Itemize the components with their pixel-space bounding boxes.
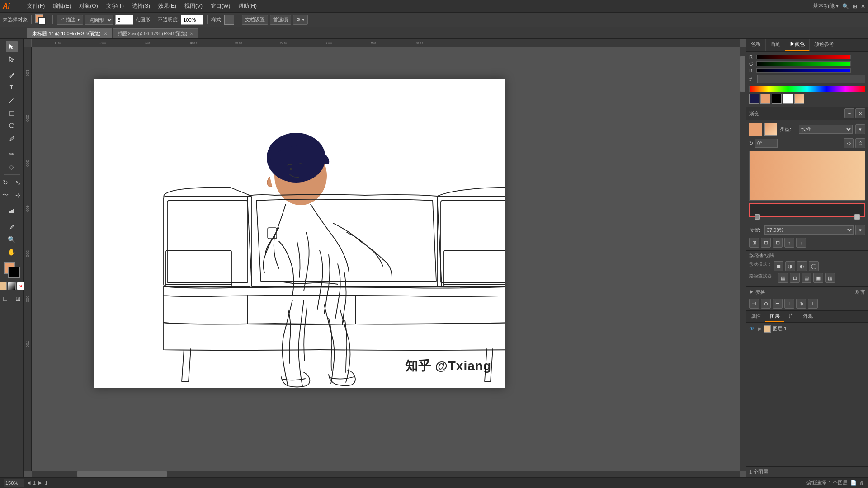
extras-btn[interactable]: ⚙ ▾ — [293, 15, 308, 25]
gradient-options[interactable]: ▾ — [855, 124, 865, 134]
gradient-minimize[interactable]: − — [844, 108, 854, 118]
direct-selection-tool[interactable] — [6, 53, 18, 65]
swatch-black[interactable] — [772, 94, 782, 104]
gradient-swatch-2[interactable] — [764, 123, 777, 136]
gradient-tool-1[interactable]: ⊞ — [749, 238, 759, 248]
swatch-skin[interactable] — [760, 94, 770, 104]
swatch-white[interactable] — [783, 94, 793, 104]
menu-type[interactable]: 文字(T) — [103, 1, 127, 11]
spectrum-bar[interactable] — [749, 86, 865, 92]
scrollbar-thumb-v[interactable] — [740, 56, 745, 92]
hex-input[interactable] — [757, 75, 865, 83]
gradient-stop-bar[interactable] — [749, 203, 865, 217]
path-crop[interactable]: ▤ — [802, 273, 811, 283]
preferences-btn[interactable]: 首选项 — [270, 15, 291, 25]
workspace-selector[interactable]: 基本功能 ▾ — [813, 2, 839, 10]
page-prev-btn[interactable]: ◀ — [27, 480, 30, 486]
align-right[interactable]: ⊢ — [773, 299, 783, 309]
layer-expand-icon[interactable]: ▶ — [758, 326, 762, 331]
menu-edit[interactable]: 编辑(E) — [49, 1, 75, 11]
flip-v-btn[interactable]: ⇕ — [855, 138, 865, 148]
g-slider[interactable] — [756, 61, 851, 66]
delete-layer-btn[interactable]: 🗑 — [859, 480, 864, 486]
hand-tool[interactable]: ✋ — [6, 246, 18, 258]
gradient-tool-3[interactable]: ⊡ — [773, 238, 783, 248]
fullscreen-view[interactable]: ⊞ — [12, 293, 24, 305]
selection-tool[interactable] — [6, 41, 18, 52]
color-btn[interactable] — [0, 282, 7, 290]
ellipse-tool[interactable] — [6, 120, 18, 131]
graph-tool[interactable] — [6, 205, 18, 217]
tab-color[interactable]: ▶颜色 — [785, 39, 810, 51]
shape-exclude[interactable]: ◯ — [809, 261, 819, 271]
free-transform-tool[interactable]: ⊹ — [12, 189, 24, 201]
menu-file[interactable]: 文件(F) — [24, 1, 48, 11]
r-slider[interactable] — [756, 55, 851, 59]
position-select[interactable]: 37.98% — [764, 225, 854, 235]
align-left[interactable]: ⊣ — [749, 299, 759, 309]
arrange-windows[interactable]: ⊞ — [853, 3, 857, 9]
layer-item-1[interactable]: 👁 ▶ 图层 1 — [746, 323, 868, 335]
align-top[interactable]: ⊤ — [784, 299, 794, 309]
shape-minus-front[interactable]: ◑ — [785, 261, 795, 271]
stop-right[interactable] — [854, 214, 860, 220]
swatch-gradient[interactable] — [794, 94, 804, 104]
menu-object[interactable]: 对象(O) — [75, 1, 101, 11]
opacity-input[interactable] — [181, 15, 203, 25]
align-bottom[interactable]: ⊥ — [808, 299, 818, 309]
fill-swatch[interactable] — [35, 14, 49, 25]
rotate-tool[interactable]: ↻ — [0, 177, 11, 188]
angle-input[interactable] — [755, 139, 778, 148]
menu-view[interactable]: 视图(V) — [181, 1, 206, 11]
brush-shape-select[interactable]: 点圆形 — [85, 15, 113, 25]
menu-effect[interactable]: 效果(E) — [155, 1, 180, 11]
menu-window[interactable]: 窗口(W) — [207, 1, 234, 11]
gradient-tool-2[interactable]: ⊟ — [761, 238, 771, 248]
scale-tool[interactable]: ⤡ — [12, 177, 24, 188]
close-button[interactable]: ✕ — [861, 3, 865, 9]
doc-setup-btn[interactable]: 文档设置 — [242, 15, 268, 25]
zoom-tool[interactable]: 🔍 — [6, 234, 18, 245]
menu-select[interactable]: 选择(S) — [128, 1, 154, 11]
swatch-darkblue[interactable] — [749, 94, 759, 104]
brush-tool-btn[interactable]: ↗ 描边 ▾ — [57, 15, 83, 25]
pencil-tool[interactable]: ✏ — [6, 148, 18, 160]
path-trim[interactable]: ▦ — [778, 273, 788, 283]
scrollbar-thumb-h[interactable] — [77, 471, 167, 477]
rect-tool[interactable] — [6, 107, 18, 119]
align-center-v[interactable]: ⊕ — [796, 299, 806, 309]
brush-size-input[interactable] — [115, 15, 133, 25]
zoom-input[interactable] — [4, 479, 24, 487]
gradient-close[interactable]: ✕ — [855, 108, 865, 118]
layers-tab-layers[interactable]: 图层 — [765, 311, 784, 322]
path-divide[interactable]: ⊞ — [790, 273, 800, 283]
gradient-btn[interactable] — [8, 282, 16, 290]
shape-intersect[interactable]: ◐ — [797, 261, 807, 271]
eyedropper-tool[interactable] — [6, 221, 18, 233]
brush-tool[interactable] — [6, 132, 18, 144]
scrollbar-vertical[interactable] — [740, 47, 746, 471]
flip-h-btn[interactable]: ⇔ — [844, 138, 854, 148]
menu-help[interactable]: 帮助(H) — [235, 1, 260, 11]
path-minus-back[interactable]: ▧ — [825, 273, 835, 283]
gradient-swatch-1[interactable] — [749, 123, 762, 136]
tab-close-main[interactable]: ✕ — [104, 31, 107, 36]
tab-secondary[interactable]: 插图2.ai @ 66.67% (RGB/预览) ✕ — [113, 28, 199, 38]
tab-main[interactable]: 未标题-1* @ 150% (RGB/预览) ✕ — [27, 28, 112, 38]
b-slider[interactable] — [756, 68, 851, 73]
layers-tab-properties[interactable]: 属性 — [746, 311, 765, 322]
eraser-tool[interactable]: ◇ — [6, 161, 18, 173]
warp-tool[interactable]: 〜 — [0, 189, 11, 201]
search-icon[interactable]: 🔍 — [842, 3, 849, 9]
pen-tool[interactable] — [6, 69, 18, 81]
position-expand[interactable]: ▾ — [855, 225, 865, 235]
shape-unite[interactable]: ◼ — [774, 261, 783, 271]
line-tool[interactable] — [6, 94, 18, 106]
layers-tab-appearance[interactable]: 外观 — [798, 311, 817, 322]
align-center-h[interactable]: ⊙ — [761, 299, 771, 309]
new-layer-btn[interactable]: 📄 — [850, 480, 857, 486]
scrollbar-horizontal[interactable] — [32, 471, 740, 477]
tab-brushes[interactable]: 画笔 — [766, 39, 785, 51]
type-tool[interactable]: T — [6, 82, 18, 94]
layers-tab-library[interactable]: 库 — [784, 311, 798, 322]
